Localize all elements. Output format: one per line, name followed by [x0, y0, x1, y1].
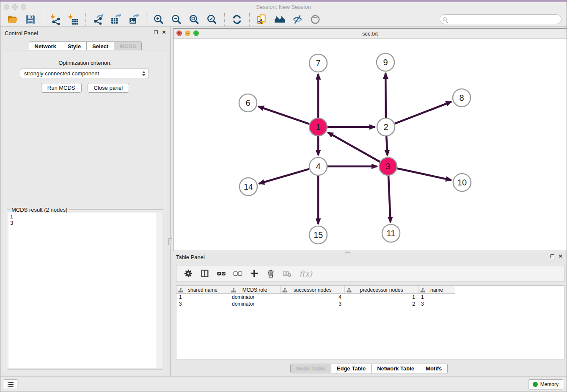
eye-icon	[310, 14, 321, 25]
export-table-button[interactable]	[110, 14, 122, 25]
graph-edge-2-8[interactable]	[395, 102, 451, 124]
export-image-button[interactable]	[128, 14, 140, 25]
tab-node-table[interactable]: Node Table	[290, 364, 331, 373]
memory-label: Memory	[540, 381, 559, 387]
table-row[interactable]: 1dominator411	[176, 294, 564, 301]
zoom-fit-icon	[189, 14, 200, 25]
graph-node-4[interactable]: 4	[309, 157, 327, 175]
graph-node-14[interactable]: 14	[239, 178, 257, 196]
network-window-titlebar: ✕ − + scc.txt	[173, 29, 567, 39]
table-panel: Table Panel ×	[171, 251, 567, 377]
eye-slash-icon	[292, 14, 303, 25]
column-header-predecessor-nodes[interactable]: predecessor nodes	[345, 286, 418, 294]
graph-edge-2-9[interactable]	[385, 73, 386, 118]
hide-selected-button[interactable]	[292, 14, 303, 25]
memory-button[interactable]: Memory	[528, 379, 563, 389]
search-icon	[443, 17, 447, 21]
table-cell[interactable]: dominator	[229, 301, 281, 307]
control-panel-title: Control Panel	[5, 30, 38, 36]
panel-menu-button[interactable]	[4, 379, 17, 389]
tab-motifs[interactable]: Motifs	[420, 364, 448, 373]
mcds-result-group: MCDS result (2 nodes) 1 3	[7, 210, 163, 370]
tab-edge-table[interactable]: Edge Table	[331, 364, 372, 373]
column-header-successor-nodes[interactable]: successor nodes	[281, 286, 345, 294]
table-cell[interactable]: dominator	[229, 294, 281, 301]
plus-icon	[250, 269, 259, 278]
unselect-all-columns-button[interactable]	[233, 269, 242, 278]
graph-node-10[interactable]: 10	[453, 174, 471, 191]
import-network-button[interactable]	[50, 14, 61, 25]
mcds-result-title: MCDS result (2 nodes)	[10, 207, 69, 213]
zoom-in-button[interactable]	[153, 14, 165, 25]
graph-node-8[interactable]: 8	[453, 89, 471, 107]
graph-edge-3-11[interactable]	[388, 176, 391, 222]
table-cell[interactable]: 1	[418, 294, 455, 301]
search-box[interactable]	[440, 14, 561, 24]
graph-node-1[interactable]: 1	[309, 118, 327, 136]
table-cell[interactable]: 3	[418, 301, 455, 307]
refresh-button[interactable]	[231, 14, 243, 25]
table-cell[interactable]: 3	[281, 301, 345, 307]
float-panel-icon[interactable]	[154, 30, 158, 34]
close-panel-button[interactable]: Close panel	[88, 83, 129, 93]
delete-column-button[interactable]	[266, 269, 275, 278]
zoom-fit-button[interactable]	[188, 14, 200, 25]
table-cell[interactable]: 1	[176, 294, 229, 301]
graph-node-15[interactable]: 15	[309, 226, 327, 244]
table-row[interactable]: 3dominator323	[176, 301, 564, 307]
column-header-name[interactable]: name	[418, 286, 455, 294]
export-network-icon	[93, 14, 104, 25]
application-window: Session: New Session	[0, 0, 567, 392]
delete-table-icon	[283, 269, 292, 278]
graph-edge-4-14[interactable]	[259, 169, 309, 184]
show-column-button[interactable]	[200, 269, 209, 278]
zoom-out-button[interactable]	[171, 14, 182, 25]
table-cell[interactable]: 4	[281, 294, 345, 301]
delete-table-button[interactable]	[283, 269, 292, 278]
table-cell[interactable]: 3	[176, 301, 229, 307]
graph-edge-1-6[interactable]	[259, 106, 310, 124]
table-cell[interactable]: 1	[345, 294, 418, 301]
main-toolbar	[0, 12, 567, 27]
column-header-MCDS-role[interactable]: MCDS role	[229, 286, 281, 294]
graph-node-7[interactable]: 7	[309, 54, 327, 72]
network-canvas[interactable]: 7968124314101511	[173, 39, 567, 251]
graph-node-3[interactable]: 3	[379, 157, 397, 175]
search-input[interactable]	[447, 15, 561, 24]
close-table-panel-icon[interactable]: ×	[559, 254, 562, 258]
export-table-icon	[110, 14, 121, 25]
graph-edge-3-1[interactable]	[328, 133, 380, 162]
first-neighbors-button[interactable]	[274, 14, 286, 25]
save-session-button[interactable]	[25, 14, 36, 25]
attribute-icon	[420, 288, 425, 293]
show-all-button[interactable]	[309, 14, 321, 25]
graph-edge-3-10[interactable]	[397, 168, 451, 180]
graph-edge-2-3[interactable]	[386, 136, 387, 155]
run-mcds-button[interactable]: Run MCDS	[41, 83, 82, 93]
new-network-from-selection-button[interactable]	[256, 14, 268, 25]
close-panel-icon[interactable]: ×	[162, 30, 166, 34]
mcds-result-text[interactable]: 1 3	[8, 213, 162, 368]
export-network-button[interactable]	[92, 14, 104, 25]
select-all-columns-button[interactable]	[217, 269, 226, 278]
graph-node-11[interactable]: 11	[382, 224, 400, 242]
tab-network-table[interactable]: Network Table	[372, 364, 420, 373]
column-header-shared-name[interactable]: shared name	[176, 286, 229, 294]
open-session-button[interactable]	[7, 14, 19, 25]
graph-node-9[interactable]: 9	[377, 53, 394, 71]
checked-boxes-icon	[217, 269, 226, 278]
import-table-button[interactable]	[67, 14, 79, 25]
horizontal-splitter-handle[interactable]	[345, 250, 350, 253]
graph-node-2[interactable]: 2	[377, 118, 395, 136]
open-folder-icon	[7, 14, 18, 25]
table-cell[interactable]: 2	[345, 301, 418, 307]
zoom-selected-button[interactable]	[206, 14, 218, 25]
float-table-panel-icon[interactable]	[550, 254, 554, 258]
criterion-select[interactable]: strongly connected component	[20, 69, 149, 78]
function-builder-button[interactable]: f(x)	[299, 269, 312, 278]
create-column-button[interactable]	[250, 269, 259, 278]
graph-node-6[interactable]: 6	[239, 94, 257, 112]
table-settings-button[interactable]	[184, 269, 193, 278]
result-scrollbar[interactable]	[157, 213, 162, 368]
vertical-splitter-handle[interactable]	[168, 238, 172, 245]
